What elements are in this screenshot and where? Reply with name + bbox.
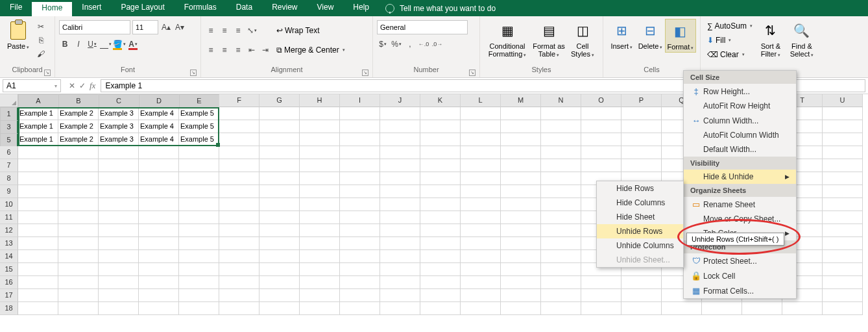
cell[interactable] [461,250,501,263]
rowheader[interactable]: 15 [0,263,18,276]
italic-button[interactable]: I [73,38,84,50]
cell[interactable] [99,289,139,302]
cell[interactable] [380,237,420,250]
align-middle-button[interactable]: ≡ [219,25,230,36]
cell[interactable] [581,107,621,120]
cell[interactable] [340,289,380,302]
cell[interactable] [139,276,179,289]
cell[interactable] [380,224,420,237]
cell[interactable] [58,237,99,250]
cell[interactable] [99,263,139,276]
cell[interactable] [380,120,420,133]
cell[interactable] [300,276,340,289]
font-size-select[interactable] [132,20,158,34]
paste-button[interactable]: Paste [4,19,32,51]
col-P[interactable]: P [621,94,662,107]
align-top-button[interactable]: ≡ [205,25,217,36]
cell[interactable] [18,159,58,172]
cell[interactable] [139,289,179,302]
col-F[interactable]: F [219,94,259,107]
tab-review[interactable]: Review [262,0,307,16]
enter-icon[interactable]: ✓ [79,81,86,90]
findselect-button[interactable]: 🔍Find & Select [786,19,817,59]
orientation-button[interactable]: ⤡ [246,25,258,36]
cell[interactable] [501,120,541,133]
indent-inc-button[interactable]: ⇥ [259,44,271,56]
cell[interactable] [219,211,259,224]
cell[interactable] [501,289,541,302]
cell[interactable] [139,250,179,263]
cancel-icon[interactable]: ✕ [69,81,75,90]
rowheader[interactable]: 6 [0,146,18,159]
cell[interactable] [461,224,501,237]
cell[interactable] [139,263,179,276]
cell[interactable] [420,133,461,146]
cell[interactable] [58,146,99,159]
cell[interactable] [99,237,139,250]
cell[interactable] [300,172,340,185]
cell[interactable] [58,289,99,302]
rowheader[interactable]: 11 [0,211,18,224]
tab-file[interactable]: File [0,0,32,16]
col-U[interactable]: U [823,94,863,107]
tellme[interactable]: Tell me what you want to do [385,0,496,16]
cell[interactable] [541,172,581,185]
tab-insert[interactable]: Insert [72,0,111,16]
cell[interactable] [541,276,581,289]
cell[interactable] [340,159,380,172]
cell[interactable] [823,172,863,185]
cell[interactable] [18,302,58,315]
cell[interactable] [461,263,501,276]
cell[interactable] [58,159,99,172]
cell[interactable] [501,107,541,120]
cell[interactable] [340,250,380,263]
cell[interactable] [179,198,219,211]
cell[interactable] [823,224,863,237]
cut-button[interactable]: ✂ [35,21,47,32]
cell[interactable]: Example 1 [18,107,58,120]
cell[interactable] [702,302,742,315]
rowheader[interactable]: 8 [0,172,18,185]
cell[interactable] [219,263,259,276]
hidesheet-item[interactable]: Hide Sheet [597,210,683,224]
cell[interactable] [420,172,461,185]
cell[interactable] [420,237,461,250]
rowheader[interactable]: 18 [0,302,18,315]
sortfilter-button[interactable]: ⇅Sort & Filter [755,19,786,59]
cell[interactable] [621,120,662,133]
autofitcolwidth-item[interactable]: AutoFit Column Width [684,128,796,142]
cell[interactable] [219,185,259,198]
cell[interactable] [420,120,461,133]
cell[interactable]: Example 3 [99,120,139,133]
autofitrowheight-item[interactable]: AutoFit Row Height [684,99,796,113]
cell[interactable] [99,276,139,289]
cell[interactable] [541,107,581,120]
tab-view[interactable]: View [307,0,344,16]
cell[interactable] [18,211,58,224]
cell[interactable] [541,302,581,315]
cell[interactable] [461,198,501,211]
cell[interactable] [461,289,501,302]
copy-button[interactable]: ⎘ [35,34,47,46]
decinc-button[interactable]: .0→ [431,38,443,50]
cell[interactable] [58,211,99,224]
cell[interactable] [823,185,863,198]
cell[interactable] [219,237,259,250]
cell[interactable] [420,198,461,211]
cell[interactable] [58,250,99,263]
cell[interactable] [501,276,541,289]
cell[interactable] [823,120,863,133]
cell[interactable] [823,198,863,211]
cell[interactable] [179,289,219,302]
cell[interactable] [380,107,420,120]
cell[interactable] [259,107,300,120]
cell[interactable] [541,237,581,250]
cell[interactable]: Example 5 [179,133,219,146]
cell[interactable] [420,146,461,159]
cell[interactable]: Example 4 [139,133,179,146]
col-E[interactable]: E [179,94,219,109]
formatcells-item[interactable]: ▦Format Cells... [684,283,796,298]
cell[interactable] [179,159,219,172]
cell[interactable] [300,289,340,302]
cell[interactable] [420,185,461,198]
